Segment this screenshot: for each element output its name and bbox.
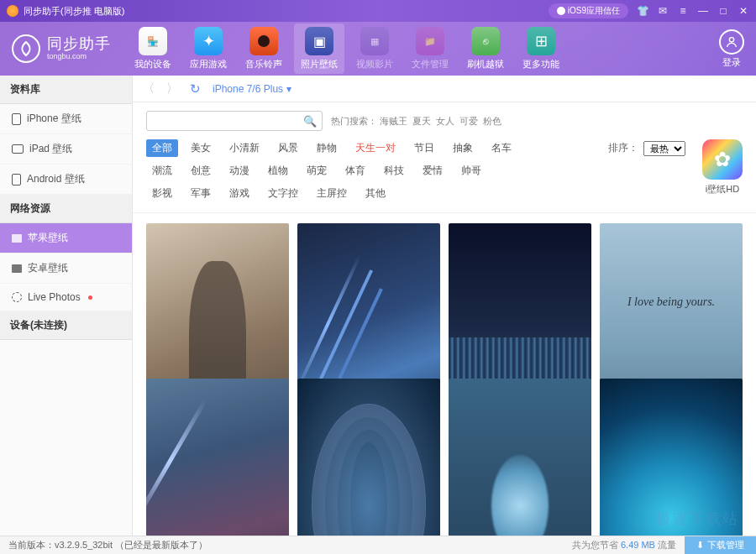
cat-item[interactable]: 抽象	[447, 139, 479, 157]
cat-item[interactable]: 科技	[378, 162, 410, 180]
nav-jailbreak[interactable]: ⎋刷机越狱	[460, 24, 511, 74]
svg-point-0	[729, 37, 733, 41]
cat-item[interactable]: 军事	[185, 185, 217, 202]
sidebar-item-livephotos[interactable]: Live Photos	[0, 284, 132, 311]
download-manager-button[interactable]: ⬇下载管理	[685, 536, 756, 555]
cat-item[interactable]: 美女	[185, 139, 217, 157]
nav-apps[interactable]: ✦应用游戏	[183, 24, 234, 74]
user-icon	[719, 29, 744, 55]
wallpaper-thumb[interactable]	[297, 379, 440, 536]
cat-item[interactable]: 其他	[360, 185, 391, 202]
nav-my-device[interactable]: 🏪我的设备	[128, 24, 178, 74]
back-button[interactable]: 〈	[143, 81, 155, 97]
header: 同步助手 tongbu.com 🏪我的设备 ✦应用游戏 音乐铃声 ▣照片壁纸 ▦…	[0, 22, 756, 76]
sidebar-section-library: 资料库	[0, 76, 132, 104]
phone-icon	[12, 174, 21, 186]
image-icon	[12, 234, 22, 243]
filters-panel: 🔍 热门搜索：海贼王夏天女人可爱粉色 全部 美女 小清新 风景 静物 天生一对 …	[133, 102, 756, 213]
sidebar-item-android[interactable]: Android 壁纸	[0, 165, 132, 195]
hot-term[interactable]: 可爱	[459, 116, 478, 126]
cat-item[interactable]: 小清新	[223, 139, 265, 157]
main-nav: 🏪我的设备 ✦应用游戏 音乐铃声 ▣照片壁纸 ▦视频影片 📁文件管理 ⎋刷机越狱…	[128, 24, 566, 74]
wallpaper-thumb[interactable]	[146, 379, 289, 536]
cat-item[interactable]: 帅哥	[455, 162, 487, 180]
search-input[interactable]	[152, 116, 303, 126]
image-icon	[12, 264, 22, 273]
music-icon	[249, 27, 278, 55]
saved-traffic: 共为您节省 6.49 MB 流量	[572, 539, 676, 551]
logo[interactable]: 同步助手 tongbu.com	[12, 34, 111, 63]
message-icon[interactable]: ✉	[657, 5, 669, 17]
sort-select[interactable]: 最热	[643, 141, 685, 156]
chevron-down-icon: ▾	[286, 83, 291, 95]
live-icon	[12, 292, 22, 302]
wallpaper-thumb[interactable]	[449, 379, 591, 536]
cat-item[interactable]: 名车	[486, 139, 517, 157]
titlebar: 同步助手(同步推 电脑版) iOS9应用信任 👕 ✉ ≡ — □ ✕	[0, 0, 756, 22]
hot-term[interactable]: 女人	[436, 116, 454, 126]
cat-item[interactable]: 植物	[262, 162, 294, 180]
window-title: 同步助手(同步推 电脑版)	[24, 5, 124, 18]
cat-item[interactable]: 文字控	[262, 185, 304, 202]
nav-files[interactable]: 📁文件管理	[405, 24, 455, 74]
photo-icon: ▣	[305, 27, 333, 55]
nav-wallpapers[interactable]: ▣照片壁纸	[294, 24, 344, 74]
cat-item[interactable]: 风景	[272, 139, 304, 157]
version-label: 当前版本：v3.2.9.5_32bit （已经是最新版本了）	[8, 539, 207, 551]
tshirt-icon[interactable]: 👕	[637, 5, 648, 17]
hot-term[interactable]: 粉色	[483, 116, 501, 126]
apps-icon: ✦	[194, 27, 223, 55]
search-box: 🔍	[146, 111, 323, 131]
cat-item[interactable]: 节日	[408, 139, 440, 157]
cat-item[interactable]: 影视	[146, 185, 178, 202]
hot-term[interactable]: 夏天	[412, 116, 431, 126]
sidebar: 资料库 iPhone 壁纸 iPad 壁纸 Android 壁纸 网络资源 苹果…	[0, 76, 133, 536]
jailbreak-icon: ⎋	[471, 27, 500, 55]
download-icon: ⬇	[696, 540, 704, 551]
wallpaper-thumb[interactable]	[600, 379, 743, 536]
menu-icon[interactable]: ≡	[677, 5, 689, 17]
maximize-icon[interactable]: □	[717, 5, 729, 17]
category-row: 全部 美女 小清新 风景 静物 天生一对 节日 抽象 名车 排序： 最热	[146, 139, 685, 157]
nav-more[interactable]: ⊞更多功能	[516, 24, 566, 74]
search-icon[interactable]: 🔍	[303, 115, 317, 128]
cat-item[interactable]: 爱情	[417, 162, 449, 180]
category-row: 影视 军事 游戏 文字控 主屏控 其他	[146, 185, 685, 202]
sidebar-item-android-wallpaper[interactable]: 安卓壁纸	[0, 253, 132, 284]
nav-music[interactable]: 音乐铃声	[239, 24, 289, 74]
sidebar-item-iphone[interactable]: iPhone 壁纸	[0, 104, 132, 134]
device-selector[interactable]: iPhone 7/6 Plus ▾	[213, 83, 291, 95]
sort-control: 排序： 最热	[608, 141, 685, 156]
cat-item[interactable]: 创意	[185, 162, 217, 180]
app-icon	[7, 5, 18, 17]
cat-item[interactable]: 游戏	[223, 185, 255, 202]
logo-main-text: 同步助手	[47, 36, 111, 53]
cat-item[interactable]: 萌宠	[301, 162, 333, 180]
cat-item[interactable]: 天生一对	[349, 139, 402, 157]
close-icon[interactable]: ✕	[738, 5, 749, 17]
promo-app[interactable]: i壁纸HD	[702, 139, 743, 207]
login-button[interactable]: 登录	[719, 29, 744, 69]
cat-all[interactable]: 全部	[146, 139, 178, 157]
cat-item[interactable]: 体育	[339, 162, 371, 180]
nav-video[interactable]: ▦视频影片	[349, 24, 400, 74]
cat-item[interactable]: 主屏控	[311, 185, 353, 202]
sidebar-item-apple-wallpaper[interactable]: 苹果壁纸	[0, 223, 132, 253]
refresh-button[interactable]: ↻	[190, 81, 201, 97]
cat-item[interactable]: 动漫	[223, 162, 255, 180]
files-icon: 📁	[416, 27, 444, 55]
tablet-icon	[12, 144, 24, 154]
content-area: 〈 〉 ↻ iPhone 7/6 Plus ▾ 🔍 热门搜索：海贼王夏天女人可爱…	[133, 76, 756, 536]
ios9-trust-button[interactable]: iOS9应用信任	[549, 3, 628, 18]
category-row: 潮流 创意 动漫 植物 萌宠 体育 科技 爱情 帅哥	[146, 162, 685, 180]
device-icon: 🏪	[139, 27, 167, 55]
forward-button[interactable]: 〉	[166, 81, 178, 97]
cat-item[interactable]: 静物	[311, 139, 343, 157]
wallpaper-grid	[133, 213, 756, 536]
logo-sub-text: tongbu.com	[47, 53, 111, 61]
hot-term[interactable]: 海贼王	[380, 116, 407, 126]
hot-searches: 热门搜索：海贼王夏天女人可爱粉色	[331, 115, 504, 128]
minimize-icon[interactable]: —	[697, 5, 709, 17]
sidebar-item-ipad[interactable]: iPad 壁纸	[0, 134, 132, 165]
cat-item[interactable]: 潮流	[146, 162, 178, 180]
